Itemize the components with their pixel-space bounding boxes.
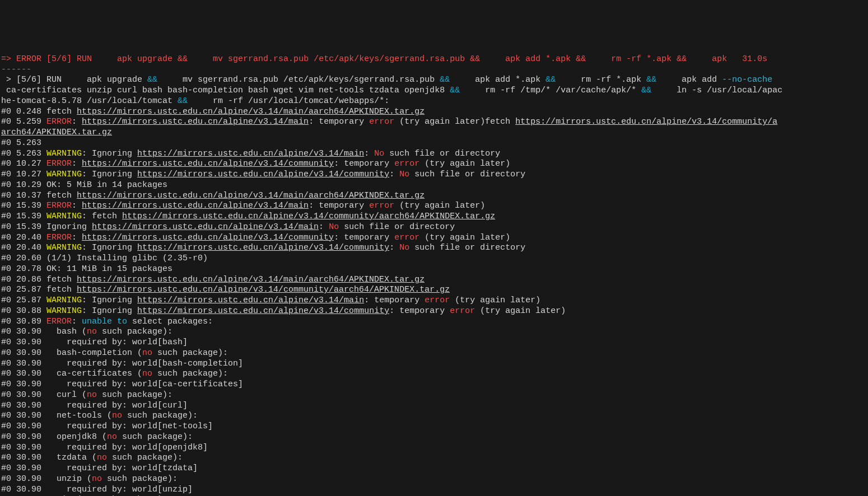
- pkg-line: #0 30.90 ca-certificates (no such packag…: [1, 369, 867, 380]
- pkg-required: #0 30.90 required by: world[curl]: [1, 401, 867, 411]
- separator: ------: [1, 65, 867, 76]
- pkg-line: #0 30.90 curl (no such package):: [1, 390, 867, 401]
- pkg-line: #0 30.90 bash (no such package):: [1, 327, 867, 338]
- error-label: ERROR: [46, 159, 72, 169]
- url-link[interactable]: https://mirrors.ustc.edu.cn/alpine/v3.14…: [77, 107, 424, 116]
- url-link[interactable]: https://mirrors.ustc.edu.cn/alpine/v3.14…: [515, 117, 777, 127]
- log-line: #0 5.259 ERROR: https://mirrors.ustc.edu…: [1, 117, 867, 128]
- log-line: #0 10.27 WARNING: Ignoring https://mirro…: [1, 170, 867, 180]
- url-link[interactable]: https://mirrors.ustc.edu.cn/alpine/v3.14…: [137, 149, 364, 158]
- log-line: #0 10.29 OK: 5 MiB in 14 packages: [1, 180, 867, 191]
- url-link[interactable]: https://mirrors.ustc.edu.cn/alpine/v3.14…: [82, 117, 309, 127]
- warning-label: WARNING: [46, 212, 82, 221]
- terminal-output[interactable]: => ERROR [5/6] RUN apk upgrade && mv sge…: [0, 53, 868, 496]
- log-line: #0 10.37 fetch https://mirrors.ustc.edu.…: [1, 191, 867, 202]
- log-line: #0 20.78 OK: 11 MiB in 15 packages: [1, 264, 867, 275]
- log-line: #0 20.40 WARNING: Ignoring https://mirro…: [1, 243, 867, 254]
- warning-label: WARNING: [46, 243, 82, 252]
- url-link[interactable]: https://mirrors.ustc.edu.cn/alpine/v3.14…: [82, 201, 309, 210]
- log-line: #0 10.27 ERROR: https://mirrors.ustc.edu…: [1, 159, 867, 170]
- url-link[interactable]: https://mirrors.ustc.edu.cn/alpine/v3.14…: [82, 159, 334, 169]
- url-link[interactable]: https://mirrors.ustc.edu.cn/alpine/v3.14…: [122, 212, 495, 221]
- pkg-required: #0 30.90 required by: world[ca-certifica…: [1, 380, 867, 390]
- url-link[interactable]: arch64/APKINDEX.tar.gz: [1, 128, 112, 137]
- log-line: arch64/APKINDEX.tar.gz: [1, 128, 867, 138]
- run-command-line-2: ca-certificates unzip curl bash bash-com…: [1, 86, 867, 96]
- log-line: #0 30.88 WARNING: Ignoring https://mirro…: [1, 306, 867, 317]
- url-link[interactable]: https://mirrors.ustc.edu.cn/alpine/v3.14…: [137, 306, 389, 316]
- url-link[interactable]: https://mirrors.ustc.edu.cn/alpine/v3.14…: [92, 222, 319, 232]
- build-error-header: => ERROR [5/6] RUN apk upgrade && mv sge…: [1, 54, 867, 65]
- pkg-required: #0 30.90 required by: world[bash-complet…: [1, 359, 867, 369]
- pkg-required: #0 30.90 required by: world[tzdata]: [1, 464, 867, 474]
- log-line: #0 15.39 ERROR: https://mirrors.ustc.edu…: [1, 201, 867, 212]
- log-line: #0 5.263 WARNING: Ignoring https://mirro…: [1, 149, 867, 160]
- url-link[interactable]: https://mirrors.ustc.edu.cn/alpine/v3.14…: [137, 170, 389, 179]
- error-label: ERROR: [46, 117, 72, 127]
- error-label: ERROR: [46, 233, 72, 242]
- warning-label: WARNING: [46, 149, 82, 158]
- warning-label: WARNING: [46, 296, 82, 305]
- log-line: #0 25.87 fetch https://mirrors.ustc.edu.…: [1, 285, 867, 296]
- url-link[interactable]: https://mirrors.ustc.edu.cn/alpine/v3.14…: [77, 191, 424, 200]
- pkg-required: #0 30.90 required by: world[bash]: [1, 338, 867, 348]
- error-label: ERROR: [46, 317, 72, 326]
- url-link[interactable]: https://mirrors.ustc.edu.cn/alpine/v3.14…: [82, 233, 334, 242]
- url-link[interactable]: https://mirrors.ustc.edu.cn/alpine/v3.14…: [137, 243, 389, 252]
- log-line: #0 25.87 WARNING: Ignoring https://mirro…: [1, 296, 867, 306]
- pkg-line: #0 30.90 unzip (no such package):: [1, 474, 867, 485]
- url-link[interactable]: https://mirrors.ustc.edu.cn/alpine/v3.14…: [77, 275, 424, 284]
- pkg-required: #0 30.90 required by: world[net-tools]: [1, 422, 867, 432]
- url-link[interactable]: https://mirrors.ustc.edu.cn/alpine/v3.14…: [77, 285, 450, 294]
- log-line: #0 20.40 ERROR: https://mirrors.ustc.edu…: [1, 233, 867, 244]
- log-line: #0 20.60 (1/1) Installing glibc (2.35-r0…: [1, 254, 867, 264]
- run-command-line-1: > [5/6] RUN apk upgrade && mv sgerrand.r…: [1, 75, 867, 86]
- warning-label: WARNING: [46, 170, 82, 179]
- pkg-line: #0 30.90 bash-completion (no such packag…: [1, 348, 867, 359]
- url-link[interactable]: https://mirrors.ustc.edu.cn/alpine/v3.14…: [137, 296, 364, 305]
- log-line: #0 30.89 ERROR: unable to select package…: [1, 317, 867, 327]
- warning-label: WARNING: [46, 306, 82, 316]
- log-line: #0 0.248 fetch https://mirrors.ustc.edu.…: [1, 107, 867, 118]
- log-line: #0 15.39 Ignoring https://mirrors.ustc.e…: [1, 222, 867, 233]
- log-line: #0 15.39 WARNING: fetch https://mirrors.…: [1, 212, 867, 222]
- log-line: #0 5.263: [1, 138, 867, 149]
- pkg-line: #0 30.90 net-tools (no such package):: [1, 411, 867, 422]
- pkg-required: #0 30.90 required by: world[unzip]: [1, 485, 867, 495]
- pkg-line: #0 30.90 openjdk8 (no such package):: [1, 432, 867, 443]
- pkg-line: #0 30.90 tzdata (no such package):: [1, 453, 867, 464]
- pkg-required: #0 30.90 required by: world[openjdk8]: [1, 443, 867, 453]
- run-command-line-3: he-tomcat-8.5.78 /usr/local/tomcat && rm…: [1, 96, 867, 107]
- log-line: #0 20.86 fetch https://mirrors.ustc.edu.…: [1, 275, 867, 286]
- error-label: ERROR: [46, 201, 72, 210]
